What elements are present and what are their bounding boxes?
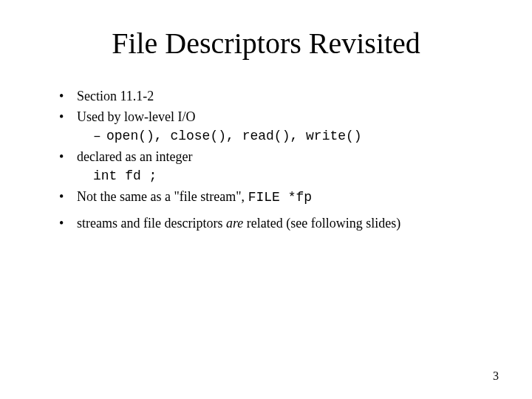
bullet-text: related (see following slides) bbox=[243, 216, 400, 231]
sub-item: open(), close(), read(), write() bbox=[93, 126, 488, 146]
slide-title: File Descriptors Revisited bbox=[44, 26, 488, 61]
bullet-item: declared as an integer int fd ; bbox=[59, 147, 488, 185]
bullet-list: Section 11.1-2 Used by low-level I/O ope… bbox=[44, 86, 488, 233]
sub-text: open(), close(), read(), write() bbox=[106, 129, 362, 143]
bullet-item: Not the same as a "file stream", FILE *f… bbox=[59, 187, 488, 207]
slide: File Descriptors Revisited Section 11.1-… bbox=[0, 0, 532, 399]
bullet-text: Used by low-level I/O bbox=[77, 109, 195, 124]
sub-list: open(), close(), read(), write() bbox=[77, 126, 488, 146]
bullet-text: Section 11.1-2 bbox=[77, 89, 154, 103]
bullet-item: Used by low-level I/O open(), close(), r… bbox=[59, 107, 488, 146]
bullet-text: declared as an integer bbox=[77, 149, 192, 164]
bullet-italic: are bbox=[226, 216, 243, 231]
page-number: 3 bbox=[493, 369, 499, 383]
code-text: int fd ; bbox=[77, 166, 488, 185]
bullet-item: streams and file descriptors are related… bbox=[59, 214, 488, 233]
code-inline: FILE *fp bbox=[248, 190, 312, 205]
bullet-text: Not the same as a "file stream", bbox=[77, 189, 248, 204]
bullet-item: Section 11.1-2 bbox=[59, 86, 488, 106]
bullet-text: streams and file descriptors bbox=[77, 216, 226, 231]
